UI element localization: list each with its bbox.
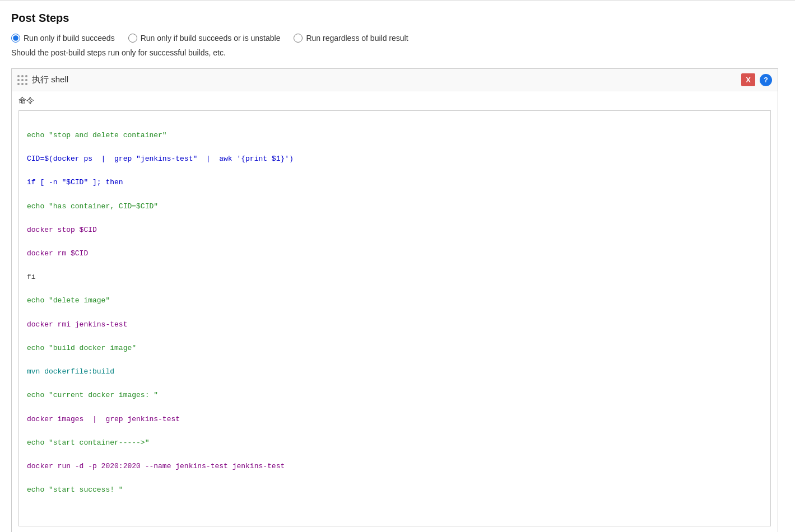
radio-always-label: Run regardless of build result [306, 34, 408, 43]
shell-block: 执行 shell X ? 命令 echo "stop and delete co… [11, 68, 778, 532]
code-line-14: echo "start container----->" [27, 437, 763, 449]
shell-header-right: X ? [741, 73, 772, 86]
command-label: 命令 [12, 91, 778, 108]
radio-success-input[interactable] [11, 34, 20, 43]
code-line-8: echo "delete image" [27, 295, 763, 306]
run-condition-radio-group: Run only if build succeeds Run only if b… [11, 34, 778, 43]
code-line-3: if [ -n "$CID" ]; then [27, 176, 763, 188]
help-button[interactable]: ? [760, 74, 772, 86]
radio-option-success[interactable]: Run only if build succeeds [11, 34, 115, 43]
code-line-2: CID=$(docker ps | grep "jenkins-test" | … [27, 153, 763, 165]
shell-title: 执行 shell [32, 74, 68, 85]
code-line-12: echo "current docker images: " [27, 389, 763, 401]
shell-block-header: 执行 shell X ? [12, 69, 778, 91]
code-line-4: echo "has container, CID=$CID" [27, 200, 763, 212]
post-steps-section: Post Steps Run only if build succeeds Ru… [0, 0, 795, 532]
radio-option-always[interactable]: Run regardless of build result [294, 34, 408, 43]
code-line-11: mvn dockerfile:build [27, 366, 763, 377]
radio-unstable-label: Run only if build succeeds or is unstabl… [141, 34, 281, 43]
delete-button[interactable]: X [741, 73, 755, 86]
code-line-7: fi [27, 271, 763, 283]
radio-unstable-input[interactable] [128, 34, 137, 43]
code-line-5: docker stop $CID [27, 224, 763, 236]
code-line-10: echo "build docker image" [27, 342, 763, 354]
radio-option-unstable[interactable]: Run only if build succeeds or is unstabl… [128, 34, 281, 43]
code-line-6: docker rm $CID [27, 248, 763, 259]
code-editor[interactable]: echo "stop and delete container" CID=$(d… [18, 110, 771, 526]
code-line-9: docker rmi jenkins-test [27, 319, 763, 330]
description-text: Should the post-build steps run only for… [11, 48, 778, 57]
section-title: Post Steps [11, 12, 778, 25]
code-line-16: echo "start success! " [27, 484, 763, 496]
code-line-1: echo "stop and delete container" [27, 129, 763, 141]
radio-always-input[interactable] [294, 34, 303, 43]
code-line-15: docker run -d -p 2020:2020 --name jenkin… [27, 460, 763, 472]
radio-success-label: Run only if build succeeds [24, 34, 115, 43]
drag-handle-icon[interactable] [17, 75, 27, 85]
code-line-13: docker images | grep jenkins-test [27, 413, 763, 425]
shell-header-left: 执行 shell [17, 74, 68, 85]
